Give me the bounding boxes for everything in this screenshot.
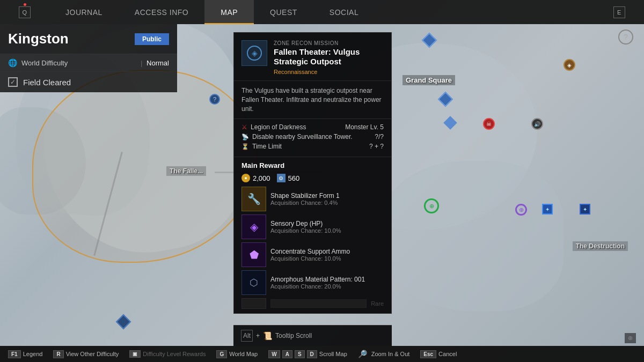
tooltip-plus: + <box>256 332 260 339</box>
reward-item-3: ⬡ Amorphous Material Pattern: 001 Acquis… <box>241 270 384 295</box>
popup-scroll-area[interactable]: ◈ Zone Recon Mission Fallen Theater: Vul… <box>234 33 391 313</box>
map-marker-brown[interactable]: ◈ <box>564 59 575 71</box>
notification-dot <box>24 3 26 6</box>
map-marker-audio[interactable]: 🔊 <box>531 118 543 130</box>
reward-currency: ● 2,000 ⚙ 560 <box>241 174 384 182</box>
nav-social[interactable]: Social <box>313 0 375 24</box>
cancel-item[interactable]: Esc Cancel <box>420 350 457 358</box>
map-marker-question[interactable]: ? <box>209 94 220 105</box>
reward-item-icon-3: ⬡ <box>241 270 266 295</box>
legend-label: Legend <box>23 351 43 357</box>
objective-stat-row: 📡 Disable nearby Surveillance Tower. ?/? <box>241 133 384 141</box>
map-marker-blue-2[interactable] <box>440 94 451 105</box>
gold-value: 2,000 <box>253 174 270 182</box>
nav-journal[interactable]: Journal <box>49 0 119 24</box>
objective-icon: 📡 <box>241 134 249 141</box>
a-key: A <box>282 350 292 358</box>
scroll-map-item: W A S D Scroll Map <box>268 350 347 358</box>
mission-title: Fallen Theater: Vulgus Strategic Outpost <box>274 47 384 67</box>
reward-item-name-0: Shape Stabilizer Form 1 <box>270 192 340 200</box>
reward-item-partial: Rare <box>241 298 384 309</box>
nav-q-key[interactable]: Q <box>0 0 49 24</box>
mission-title-area: Zone Recon Mission Fallen Theater: Vulgu… <box>274 40 384 75</box>
world-map-label: World Map <box>229 351 258 357</box>
mission-header: ◈ Zone Recon Mission Fallen Theater: Vul… <box>234 33 391 81</box>
esc-key: Esc <box>420 350 436 358</box>
s-key: S <box>295 350 305 358</box>
enemy-icon: ⚔ <box>241 123 247 131</box>
scroll-icon: 📜 <box>263 331 272 340</box>
difficulty-rewards-item: ▣ Difficulty Level Rewards <box>129 350 206 358</box>
difficulty-icon: ▣ <box>129 350 141 358</box>
zoom-indicator: ⊕ <box>625 333 636 343</box>
reward-item-2: ⬟ Concentrate Support Ammo Acquisition C… <box>241 242 384 267</box>
time-limit-label: Time Limit <box>252 143 282 150</box>
world-difficulty-row: 🌐 World Difficulty | Normal <box>0 54 177 71</box>
nav-access-info[interactable]: Access Info <box>119 0 204 24</box>
top-navigation: Q Journal Access Info Map Quest Social E <box>0 0 644 24</box>
reward-item-text-3: Amorphous Material Pattern: 001 Acquisit… <box>270 276 365 290</box>
difficulty-rewards-label: Difficulty Level Rewards <box>143 351 206 357</box>
nav-map[interactable]: Map <box>204 0 254 24</box>
nav-e-key[interactable]: E <box>595 0 644 24</box>
globe-icon: 🌐 <box>8 58 17 67</box>
world-map-item[interactable]: G World Map <box>216 350 258 358</box>
mission-popup: ◈ Zone Recon Mission Fallen Theater: Vul… <box>233 32 392 314</box>
r-key: R <box>53 350 63 358</box>
mission-stats: ⚔ Legion of Darkness Monster Lv. 5 📡 Dis… <box>234 119 391 157</box>
legend-item: F1 Legend <box>8 350 42 358</box>
map-marker-purple[interactable]: ⊕ <box>515 204 527 216</box>
bottom-status-bar: F1 Legend R View Other Difficulty ▣ Diff… <box>0 346 644 362</box>
g-key: G <box>216 350 227 358</box>
map-marker-bottom-left[interactable] <box>118 316 129 327</box>
nav-quest[interactable]: Quest <box>254 0 313 24</box>
help-button[interactable]: ? <box>618 29 633 45</box>
mission-badge: Reconnaissance <box>274 69 384 75</box>
view-difficulty-label: View Other Difficulty <box>66 351 119 357</box>
reward-item-chance-3: Acquisition Chance: 20.0% <box>270 283 365 290</box>
mission-subtitle: Zone Recon Mission <box>274 40 384 46</box>
time-limit-value: ? + ? <box>369 143 384 150</box>
alt-key-box: Alt <box>241 330 253 342</box>
objective-value: ?/? <box>375 133 384 141</box>
objective-left: 📡 Disable nearby Surveillance Tower. <box>241 133 353 141</box>
reward-item-name-3: Amorphous Material Pattern: 001 <box>270 276 365 283</box>
world-difficulty-label: 🌐 World Difficulty <box>8 58 68 67</box>
cancel-label: Cancel <box>438 351 457 357</box>
map-marker-blue-1[interactable] <box>424 35 435 46</box>
destruction-label: The Destruction <box>573 241 628 251</box>
enemy-faction-label: Legion of Darkness <box>251 123 306 131</box>
map-marker-red[interactable]: ☠ <box>483 118 495 130</box>
rewards-title: Main Reward <box>241 161 384 169</box>
grand-square-label: Grand Square <box>402 75 455 85</box>
map-marker-green[interactable]: ⊕ <box>424 198 439 213</box>
gear-value: 560 <box>288 174 300 182</box>
map-marker-blue-3[interactable] <box>445 118 455 128</box>
field-cleared-label: Field Cleared <box>23 78 71 87</box>
reward-item-text-0: Shape Stabilizer Form 1 Acquisition Chan… <box>270 192 340 206</box>
reward-item-text-1: Sensory Dep (HP) Acquisition Chance: 10.… <box>270 220 341 234</box>
mission-description: The Vulgus have built a strategic outpos… <box>234 81 391 119</box>
monster-level: Monster Lv. 5 <box>345 123 384 131</box>
map-marker-blue-sq[interactable]: ✦ <box>542 204 553 215</box>
tooltip-scroll-label: Tooltip Scroll <box>275 332 312 339</box>
view-difficulty-item[interactable]: R View Other Difficulty <box>53 350 119 358</box>
left-panel: Kingston Public 🌐 World Difficulty | Nor… <box>0 24 177 92</box>
q-key-icon: Q <box>19 6 31 18</box>
mission-rewards: Main Reward ● 2,000 ⚙ 560 🔧 <box>234 157 391 313</box>
e-key-icon: E <box>613 6 625 18</box>
partial-item-value: Rare <box>371 300 384 307</box>
mission-icon-box: ◈ <box>241 40 267 66</box>
zoom-label: Zoom In & Out <box>371 351 410 357</box>
map-marker-blue-sq2[interactable]: ✦ <box>580 204 590 215</box>
wasd-key: W <box>268 350 280 358</box>
f1-key: F1 <box>8 350 21 358</box>
world-difficulty-value: | Normal <box>141 59 169 67</box>
reward-item-chance-1: Acquisition Chance: 10.0% <box>270 227 341 234</box>
d-key: D <box>307 350 317 358</box>
reward-item-chance-0: Acquisition Chance: 0.4% <box>270 200 340 206</box>
gear-currency-icon: ⚙ <box>277 174 286 182</box>
reward-item-name-1: Sensory Dep (HP) <box>270 220 341 227</box>
gold-reward: ● 2,000 <box>241 174 270 182</box>
reward-item-icon-1: ◈ <box>241 215 266 239</box>
